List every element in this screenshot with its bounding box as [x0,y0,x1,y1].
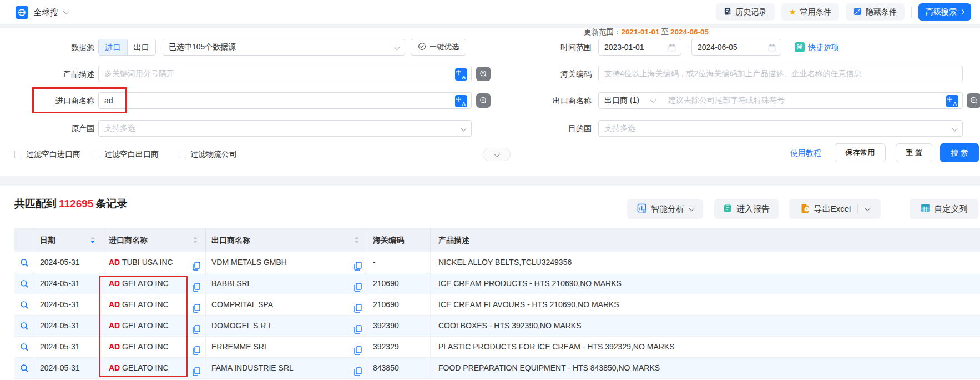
history-button[interactable]: 历史记录 [716,3,775,21]
cell-product-desc: FOOD PREPARATION EQUIPMENT - HTS 843850,… [431,358,980,379]
smart-analysis-button[interactable]: Bi 智能分析 [627,199,703,219]
dest-country-label: 目的国 [514,120,592,137]
one-click-select-button[interactable]: 一键优选 [411,39,466,56]
copy-icon[interactable] [354,258,362,273]
globe-icon [16,6,28,19]
synonym-search-button[interactable] [967,93,980,108]
header-desc-label: 产品描述 [438,228,469,252]
synonym-search-button[interactable] [476,67,491,81]
trade-search-page: 全球搜 历史记录 ★ 常用条件 隐藏条件 高级搜索 更新范围： [0,0,980,380]
exporter-name: ERREMME SRL [211,342,269,351]
dest-country-placeholder: 支持多选 [604,123,635,133]
date-to-input[interactable]: 2024-06-05 [691,39,781,56]
customize-columns-button[interactable]: 自定义列 [910,199,978,219]
importer-highlight: AD [109,279,120,288]
app-switcher[interactable]: 全球搜 [16,6,68,19]
copy-icon[interactable] [354,342,362,358]
translate-en: A [462,74,466,80]
importer-name: GELATO INC [120,363,168,372]
search-detail-icon[interactable] [20,301,29,309]
favorite-conditions-label: 常用条件 [800,7,831,17]
origin-country-select[interactable]: 支持多选 [98,120,472,137]
search-detail-icon[interactable] [20,258,29,267]
copy-icon[interactable] [193,363,200,379]
datasource-select-value: 已选中105个数据源 [169,42,236,52]
cell-hs-code: 392329 [367,337,431,358]
product-desc-input[interactable]: 多关键词用分号隔开 中A [98,66,472,82]
favorite-conditions-button[interactable]: ★ 常用条件 [781,3,839,21]
cell-hs-code: 843850 [367,358,431,379]
chevron-down-icon [63,8,69,14]
exporter-name-placeholder: 建议去除公司尾部字符或特殊符号 [668,96,785,106]
header-importer[interactable]: 进口商名称 [103,228,206,252]
header-date[interactable]: 日期 [34,228,103,252]
bi-chart-icon: Bi [637,203,646,214]
result-count-prefix: 共匹配到 [14,198,57,209]
copy-icon[interactable] [193,258,200,273]
cell-exporter: BABBI SRL [206,273,367,294]
header-hs-code: 海关编码 [367,228,431,252]
search-detail-icon[interactable] [20,322,29,331]
datasource-select[interactable]: 已选中105个数据源 [163,39,405,56]
importer-name-input[interactable]: ad 中A [98,92,472,109]
search-detail-icon[interactable] [20,364,29,373]
cell-importer: AD GELATO INC [103,294,206,316]
star-icon: ★ [789,8,796,16]
reset-button[interactable]: 重 置 [896,143,932,162]
cell-product-desc: NICKEL ALLOY BELTS,TCLU3249356 [431,252,980,273]
result-count-suffix: 条记录 [95,198,127,209]
copy-icon[interactable] [354,363,362,379]
calendar-icon [668,44,676,53]
copy-icon[interactable] [193,321,200,337]
synonym-search-button[interactable] [476,93,491,108]
cell-importer: AD GELATO INC [103,273,206,294]
header-importer-label: 进口商名称 [109,228,148,252]
advanced-search-button[interactable]: 高级搜索 [918,3,971,21]
quick-options-link[interactable]: 快捷选项 [808,39,839,56]
svg-text:Bi: Bi [643,209,646,212]
tab-export[interactable]: 出口 [127,39,156,55]
cell-product-desc: ICE CREAM FLAVOURS - HTS 210690,NO MARKS [431,294,980,316]
chevron-down-icon [395,45,400,51]
hide-conditions-button[interactable]: 隐藏条件 [846,3,905,21]
export-excel-button[interactable]: 导出Excel [789,199,881,219]
sort-control[interactable] [90,237,95,243]
copy-icon[interactable] [193,279,200,294]
importer-highlight: AD [109,321,120,330]
exporter-name-input[interactable]: 出口商 (1) 建议去除公司尾部字符或特殊符号 中A [598,92,963,109]
sort-control[interactable] [355,237,359,243]
translate-icon[interactable]: 中A [455,95,467,107]
search-detail-icon[interactable] [20,343,29,352]
search-button[interactable]: 搜 索 [940,143,979,162]
translate-en: A [953,101,957,107]
chevron-down-icon[interactable] [865,205,871,211]
date-from-input[interactable]: 2023-01-01 [598,39,681,56]
exporter-name: VDM METALS GMBH [211,258,287,267]
search-detail-icon[interactable] [20,279,29,288]
copy-icon[interactable] [354,279,362,294]
date-to-value: 2024-06-05 [698,43,737,52]
sort-control[interactable] [193,237,198,243]
update-range: 更新范围：2021-01-01至2024-06-05 [584,27,709,37]
copy-icon[interactable] [354,300,362,316]
product-desc-placeholder: 多关键词用分号隔开 [104,69,174,79]
tab-import[interactable]: 进口 [99,39,127,55]
translate-icon[interactable]: 中A [946,95,958,107]
exporter-type-select[interactable]: 出口商 (1) [604,93,661,108]
dest-country-select[interactable]: 支持多选 [598,120,963,137]
tutorial-link[interactable]: 使用教程 [790,143,821,162]
importer-highlight: AD [109,363,120,372]
date-from-value: 2023-01-01 [604,43,644,52]
save-conditions-button[interactable]: 保存常用 [835,143,886,162]
enter-report-button[interactable]: 进入报告 [714,199,779,219]
cell-hs-code: 392390 [367,316,431,337]
translate-zh: 中 [947,96,953,103]
copy-icon[interactable] [354,321,362,337]
arrow-right-icon [959,9,965,15]
hide-conditions-label: 隐藏条件 [866,7,897,17]
copy-icon[interactable] [193,300,200,316]
translate-icon[interactable]: 中A [455,68,467,81]
header-exporter[interactable]: 出口商名称 [206,228,367,252]
hs-code-input[interactable]: 支持4位以上海关编码，或2位海关编码加上产品描述、企业名称的任意信息 [598,66,963,82]
copy-icon[interactable] [193,342,200,358]
